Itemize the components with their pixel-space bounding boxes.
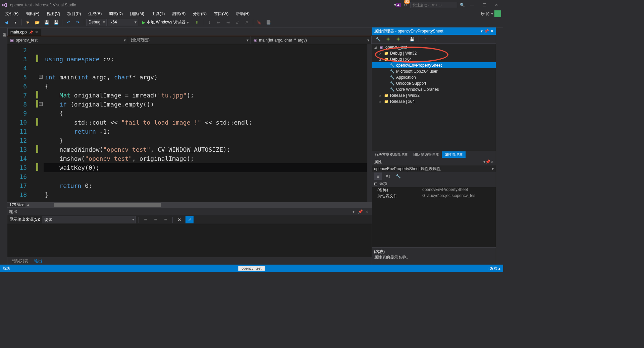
prop-pages-icon[interactable]: 🔧 [394,172,402,180]
maximize-button[interactable]: ☐ [480,1,489,9]
avatar[interactable] [494,10,501,17]
output-body[interactable] [7,224,372,257]
user-label[interactable]: 乐 简 [481,11,490,17]
code-line[interactable] [44,64,367,73]
add-existing-icon[interactable]: ✚ [394,36,402,43]
tree-item[interactable]: 🔧Unicode Support [372,80,496,86]
fold-toggle[interactable]: − [39,75,43,79]
open-button[interactable]: 📂 [33,19,41,26]
properties-grid[interactable]: ⊟杂项 (名称) opencvEnvPropertySheet 属性表文件 G:… [372,180,496,247]
close-tab-icon[interactable]: ✕ [35,30,38,34]
menu-edit[interactable]: 编辑(E) [22,10,43,17]
menu-debug[interactable]: 调试(D) [106,10,126,17]
dropdown-icon[interactable]: ▾ [351,209,356,214]
code-line[interactable]: std::cout << "fail to load image !" << s… [44,118,367,127]
code-line[interactable]: if (originalImage.empty()) [44,100,367,109]
code-line[interactable] [44,172,367,181]
tree-item[interactable]: ▷📁Release | x64 [372,98,496,105]
editor-scrollbar[interactable]: 175 %▾ ◂ [7,202,372,208]
tree-item[interactable]: ▷📁Debug | Win32 [372,50,496,56]
properties-subtitle[interactable]: opencvEnvPropertySheet 属性表属性 ▾ [372,165,496,172]
close-button[interactable]: ✕ [492,1,501,9]
menu-team[interactable]: 团队(M) [127,10,148,17]
undo-button[interactable]: ↶ [64,19,72,26]
save-sheet-icon[interactable]: 💾 [408,36,416,43]
categorize-icon[interactable]: ⊞ [374,172,382,180]
data-sources-rail[interactable] [496,27,503,265]
code-line[interactable] [44,46,367,55]
quick-launch-input[interactable] [410,2,457,8]
pin-icon[interactable]: 📌 [485,159,490,164]
tree-item[interactable]: 🔧Microsoft.Cpp.x64.user [372,68,496,74]
menu-analyze[interactable]: 分析(N) [190,10,210,17]
menu-project[interactable]: 项目(P) [64,10,84,17]
zoom-combo[interactable]: 175 %▾ [7,203,25,207]
tree-root[interactable]: ◢ ▣ opencv_test [372,44,496,50]
menu-view[interactable]: 视图(V) [43,10,63,17]
flag-icon[interactable]: ▾4 [394,3,401,7]
pin-icon[interactable]: 📌 [484,29,489,33]
tree-item[interactable]: 🔧opencvEnvPropertySheet [372,62,496,68]
wrench-icon[interactable]: 🔧 [374,36,382,43]
menu-window[interactable]: 窗口(W) [211,10,232,17]
tab-output[interactable]: 输出 [32,258,45,265]
code-line[interactable]: return 0; [44,181,367,190]
menu-tools[interactable]: 工具(T) [148,10,168,17]
menu-build[interactable]: 生成(B) [85,10,105,17]
output-source-combo[interactable]: 调试 [42,216,136,223]
nav-project-combo[interactable]: ▣opencv_test [7,36,128,44]
code-line[interactable]: Mat originalImage = imread("tu.jpg"); [44,91,367,100]
platform-combo[interactable]: x64 [108,19,138,26]
code-line[interactable]: } [44,136,367,145]
alpha-icon[interactable]: A↓ [384,172,392,180]
nav-scope-combo[interactable]: (全局范围) [128,36,251,44]
tab-solution-explorer[interactable]: 解决方案资源管理器 [372,151,411,158]
code-line[interactable]: imshow("opencv test", originalImage); [44,154,367,163]
back-button[interactable]: ◀ [2,19,10,26]
code-line[interactable]: return -1; [44,127,367,136]
clear-icon[interactable]: ✖ [175,216,183,223]
chevron-down-icon[interactable]: ▾ [491,11,493,16]
nav-func-combo[interactable]: ◉main(int argc, char ** argv) [251,36,372,44]
tree-item[interactable]: ▷📁Release | Win32 [372,92,496,98]
new-project-button[interactable]: ✱ [24,19,32,26]
start-debug-button[interactable]: ▶ 本地 Windows 调试器 ▾ [140,19,191,26]
minimize-button[interactable]: — [468,1,477,9]
menu-file[interactable]: 文件(F) [2,10,22,17]
wrap-icon[interactable]: ↲ [185,216,194,223]
config-combo[interactable]: Debug [86,19,107,26]
tab-error-list[interactable]: 错误列表 [9,258,31,265]
code-line[interactable]: { [44,109,367,118]
property-row[interactable]: (名称) opencvEnvPropertySheet [372,187,496,193]
tree-item[interactable]: ◢📁Debug | x64 [372,56,496,62]
tab-team-explorer[interactable]: 团队资源管理器 [411,151,442,158]
menu-help[interactable]: 帮助(H) [232,10,253,17]
toolbox-rail[interactable]: 工具箱 [0,27,7,265]
pin-icon[interactable]: 📌 [29,30,33,34]
tree-item[interactable]: 🔧Application [372,74,496,80]
pin-icon[interactable]: 📌 [358,209,363,214]
save-all-button[interactable]: 💾 [52,19,60,26]
menu-test[interactable]: 测试(S) [169,10,189,17]
minimap[interactable] [367,44,372,202]
feedback-icon[interactable]: ☺ [404,3,408,7]
redo-button[interactable]: ↷ [74,19,82,26]
property-category[interactable]: ⊟杂项 [372,180,496,187]
tree-item[interactable]: 🔧Core Windows Libraries [372,86,496,92]
property-row[interactable]: 属性表文件 G:\zuoye\projects\opencv_tes [372,193,496,199]
fold-toggle[interactable]: − [39,102,43,106]
publish-button[interactable]: ↑ 发布 ▴ [487,266,500,271]
add-sheet-icon[interactable]: ✚ [384,36,392,43]
property-manager-tree[interactable]: ◢ ▣ opencv_test ▷📁Debug | Win32◢📁Debug |… [372,44,496,151]
close-icon[interactable]: ✕ [490,29,494,33]
tab-property-manager[interactable]: 属性管理器 [442,151,466,158]
close-icon[interactable]: ✕ [490,159,494,164]
file-tab-main[interactable]: main.cpp 📌 ✕ [7,28,41,36]
code-line[interactable]: int main(int argc, char** argv) [44,73,367,82]
code-line[interactable]: namedWindow("opencv test", CV_WINDOW_AUT… [44,145,367,154]
code-line[interactable]: { [44,82,367,91]
code-editor[interactable]: 23456789101112131415161718 −− using name… [7,44,372,202]
code-line[interactable]: waitKey(0); [44,163,367,172]
dropdown-icon[interactable]: ▾ [481,29,483,33]
forward-button[interactable]: ▾ [11,19,19,26]
